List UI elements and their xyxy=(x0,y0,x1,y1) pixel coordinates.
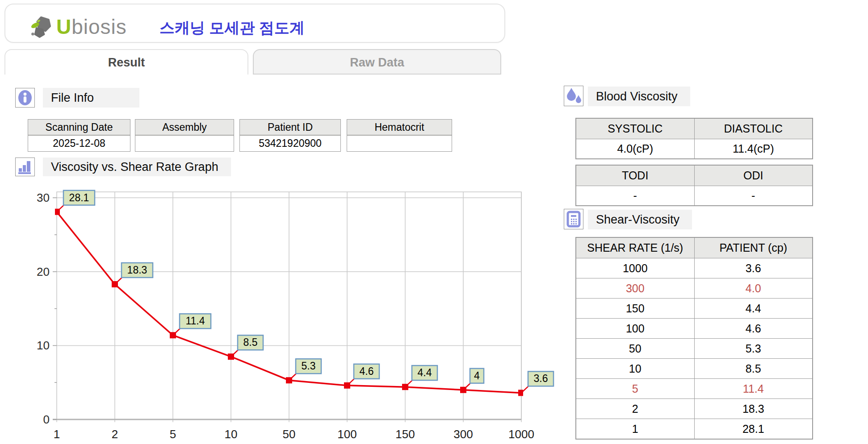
logo-word-biosis: biosis xyxy=(71,15,127,38)
svg-text:28.1: 28.1 xyxy=(69,192,89,203)
logo-text: Ubiosis xyxy=(56,14,127,39)
field-label: Scanning Date xyxy=(28,120,130,136)
field-value: 53421920900 xyxy=(240,136,340,151)
svg-text:1000: 1000 xyxy=(508,427,534,441)
field-patient-id: Patient ID 53421920900 xyxy=(239,119,341,152)
svg-text:4.4: 4.4 xyxy=(418,367,432,378)
tab-result[interactable]: Result xyxy=(4,49,248,75)
column-header-shear-rate: SHEAR RATE (1/s) xyxy=(576,238,694,258)
table-cell-shear-rate: 300 xyxy=(576,278,694,298)
field-label: Assembly xyxy=(135,120,234,136)
table-cell-shear-rate: 1 xyxy=(576,419,694,439)
svg-text:5: 5 xyxy=(170,427,176,441)
svg-text:0: 0 xyxy=(43,413,50,426)
ubiosis-logo-icon xyxy=(30,15,54,38)
svg-text:4: 4 xyxy=(474,370,480,382)
section-title-graph: Viscosity vs. Shear Rate Graph xyxy=(43,158,231,176)
svg-text:2: 2 xyxy=(112,427,118,441)
column-header-diastolic: DIASTOLIC xyxy=(695,119,813,139)
column-header-patient: PATIENT (cp) xyxy=(695,238,813,258)
svg-text:5.3: 5.3 xyxy=(302,360,316,372)
todi-value: - xyxy=(576,186,694,205)
svg-text:20: 20 xyxy=(37,265,50,278)
calculator-icon xyxy=(564,209,583,229)
viscosity-chart: 01020301251050100150300100028.118.311.48… xyxy=(13,187,558,444)
field-value xyxy=(347,136,452,151)
table-cell-patient: 8.5 xyxy=(695,359,813,378)
table-cell-patient: 4.4 xyxy=(695,299,813,318)
table-cell-shear-rate: 150 xyxy=(576,299,694,318)
field-hematocrit: Hematocrit xyxy=(347,119,452,152)
viscosity-chart-svg: 01020301251050100150300100028.118.311.48… xyxy=(13,187,558,444)
blood-drop-icon xyxy=(564,86,583,106)
field-assembly: Assembly xyxy=(135,119,234,152)
column-header-odi: ODI xyxy=(695,166,813,186)
table-cell-shear-rate: 10 xyxy=(576,359,694,378)
table-cell-patient: 4.6 xyxy=(695,319,813,338)
svg-text:8.5: 8.5 xyxy=(243,336,258,348)
blood-viscosity-table: SYSTOLIC DIASTOLIC 4.0(cP) 11.4(cP) xyxy=(575,118,813,159)
shear-viscosity-table: SHEAR RATE (1/s) PATIENT (cp) 1000 3.6 3… xyxy=(575,237,813,440)
todi-odi-table: TODI ODI - - xyxy=(575,165,813,206)
field-value: 2025-12-08 xyxy=(28,136,130,151)
svg-text:30: 30 xyxy=(37,191,50,204)
table-cell-patient: 4.0 xyxy=(695,278,813,298)
bar-chart-icon xyxy=(15,158,35,176)
tab-raw-data[interactable]: Raw Data xyxy=(253,49,501,75)
svg-text:100: 100 xyxy=(337,427,356,441)
info-icon xyxy=(15,88,35,108)
section-title-file-info: File Info xyxy=(43,88,139,108)
field-label: Hematocrit xyxy=(347,120,452,136)
table-cell-shear-rate: 5 xyxy=(576,379,694,398)
logo-letter-u: U xyxy=(56,15,71,38)
table-cell-shear-rate: 2 xyxy=(576,399,694,419)
svg-text:10: 10 xyxy=(225,427,238,441)
column-header-todi: TODI xyxy=(576,166,694,186)
table-cell-patient: 28.1 xyxy=(695,419,813,439)
svg-text:3.6: 3.6 xyxy=(534,373,548,384)
table-cell-patient: 11.4 xyxy=(695,379,813,398)
table-cell-shear-rate: 100 xyxy=(576,319,694,338)
field-scanning-date: Scanning Date 2025-12-08 xyxy=(28,119,130,152)
column-header-systolic: SYSTOLIC xyxy=(576,119,694,139)
systolic-value: 4.0(cP) xyxy=(576,139,694,158)
table-cell-shear-rate: 1000 xyxy=(576,258,694,278)
diastolic-value: 11.4(cP) xyxy=(695,139,813,158)
table-cell-shear-rate: 50 xyxy=(576,339,694,358)
svg-text:4.6: 4.6 xyxy=(360,365,374,377)
table-cell-patient: 3.6 xyxy=(695,258,813,278)
section-title-shear-viscosity: Shear-Viscosity xyxy=(588,210,692,229)
header-bar: Ubiosis 스캐닝 모세관 점도계 xyxy=(4,4,505,43)
svg-text:11.4: 11.4 xyxy=(185,315,205,327)
ubiosis-logo: Ubiosis xyxy=(30,14,127,39)
field-value xyxy=(135,136,234,151)
svg-text:18.3: 18.3 xyxy=(127,264,147,276)
app-title: 스캐닝 모세관 점도계 xyxy=(159,18,305,38)
odi-value: - xyxy=(695,186,813,205)
field-label: Patient ID xyxy=(240,120,340,136)
table-cell-patient: 18.3 xyxy=(695,399,813,419)
section-title-blood-viscosity: Blood Viscosity xyxy=(588,87,690,106)
svg-text:50: 50 xyxy=(283,427,296,441)
svg-text:300: 300 xyxy=(453,427,473,441)
svg-text:150: 150 xyxy=(395,427,415,441)
table-cell-patient: 5.3 xyxy=(695,339,813,358)
svg-text:10: 10 xyxy=(37,339,50,352)
svg-text:1: 1 xyxy=(54,427,60,441)
